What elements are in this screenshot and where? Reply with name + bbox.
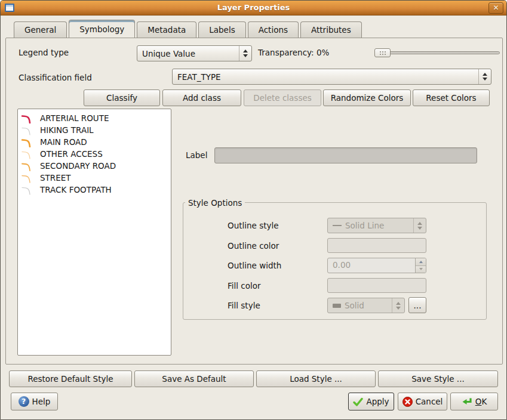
- apply-check-icon: [353, 397, 363, 406]
- apply-button[interactable]: Apply: [348, 393, 394, 410]
- help-button-label: Help: [32, 397, 51, 406]
- window-title: Layer Properties: [1, 3, 506, 12]
- tab-attributes[interactable]: Attributes: [300, 21, 362, 38]
- tab-symbology[interactable]: Symbology: [69, 20, 135, 38]
- help-icon: ?: [19, 396, 29, 407]
- save-as-default-button[interactable]: Save As Default: [134, 370, 254, 387]
- cancel-button-label: Cancel: [416, 397, 443, 406]
- layer-properties-dialog: Layer Properties ✕ General Symbology Met…: [0, 0, 507, 420]
- load-style-button[interactable]: Load Style ...: [256, 370, 376, 387]
- save-style-button[interactable]: Save Style ...: [378, 370, 498, 387]
- tab-labels[interactable]: Labels: [198, 21, 245, 38]
- ok-button-label: OK: [475, 397, 487, 406]
- style-options-title: Style Options: [185, 198, 245, 208]
- ok-button[interactable]: OK: [450, 393, 498, 410]
- close-icon[interactable]: ✕: [488, 2, 503, 14]
- restore-default-style-button[interactable]: Restore Default Style: [9, 370, 132, 387]
- ok-enter-arrow-icon: [462, 397, 472, 406]
- tab-metadata[interactable]: Metadata: [137, 21, 196, 38]
- apply-button-label: Apply: [366, 397, 389, 406]
- tab-content-frame: [5, 38, 503, 365]
- tab-actions[interactable]: Actions: [248, 21, 299, 38]
- cancel-icon: [402, 397, 413, 407]
- help-button[interactable]: ? Help: [11, 393, 58, 410]
- titlebar[interactable]: Layer Properties ✕: [1, 1, 506, 16]
- tab-general[interactable]: General: [14, 21, 67, 38]
- tab-bar: General Symbology Metadata Labels Action…: [14, 21, 364, 38]
- cancel-button[interactable]: Cancel: [398, 393, 447, 410]
